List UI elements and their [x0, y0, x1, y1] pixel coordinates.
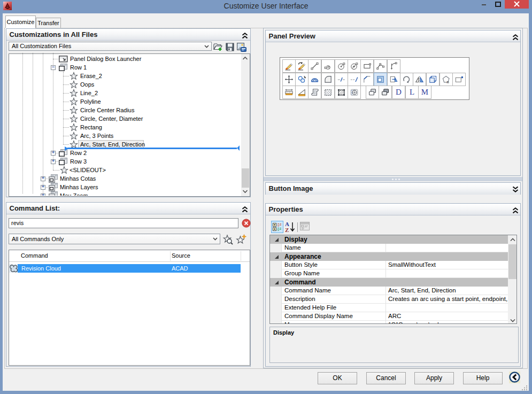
svg-text:Z: Z [285, 227, 289, 233]
